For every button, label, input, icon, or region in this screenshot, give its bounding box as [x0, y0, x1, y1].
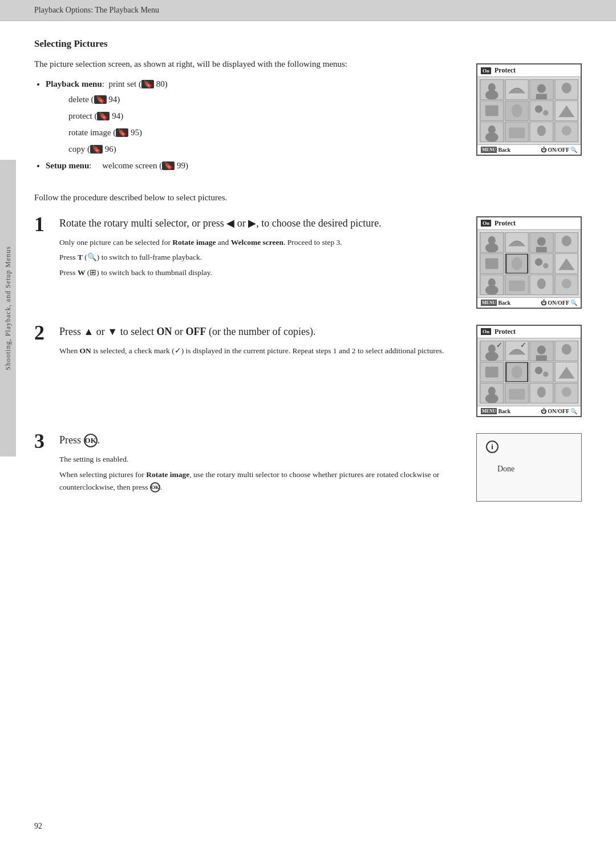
svg-text:✓: ✓ [496, 341, 502, 349]
svg-point-51 [561, 278, 571, 288]
step-3-content: Press OK. The setting is enabled. When s… [59, 433, 476, 496]
onoff-label-top: ON/OFF [548, 147, 569, 153]
sub-item-rotate: rotate image (🔖 95) [68, 125, 459, 140]
thumb-2 [505, 79, 529, 100]
onoff-icon-s1: ⏻ [541, 300, 546, 306]
thumb-1 [480, 79, 504, 100]
screen-title-s1: Protect [495, 219, 516, 228]
onoff-btn-s1: ⏻ ON/OFF 🔍 [541, 300, 577, 306]
main-content: Selecting Pictures The picture selection… [0, 21, 616, 540]
side-tab-text: Shooting, Playback, and Setup Menus [4, 246, 13, 370]
onoff-btn-top: ⏻ ON/OFF 🔍 [541, 147, 577, 153]
onoff-label-s1: ON/OFF [548, 300, 569, 306]
info-done-row: Done [486, 465, 514, 474]
svg-point-62 [561, 344, 571, 354]
s2-thumb-9 [480, 383, 504, 403]
s1-thumb-11 [529, 274, 554, 295]
s2-thumb-4 [554, 341, 579, 361]
screen-title-top: Protect [495, 66, 516, 75]
step-1-body-p3: Press W (⊞) to switch back to thumbnail … [59, 266, 465, 279]
step-1-body-p1: Only one picture can be selected for Rot… [59, 236, 465, 249]
step-3-title: Press OK. [59, 433, 465, 448]
thumb-9 [480, 122, 504, 142]
step-3-container: 3 Press OK. The setting is enabled. When… [34, 433, 582, 502]
step-1-number: 1 [34, 214, 59, 235]
screen-title-s2: Protect [495, 328, 516, 336]
ok-button-sym: OK [84, 434, 98, 447]
thumb-4 [554, 79, 579, 100]
svg-point-40 [535, 258, 542, 265]
info-box: i Done [476, 433, 582, 502]
s2-thumb-11 [529, 383, 554, 403]
svg-point-66 [511, 365, 522, 378]
step-1-body-p2: Press T (🔍) to switch to full-frame play… [59, 251, 465, 264]
w-key: W [78, 268, 86, 277]
step-2-body-p1: When ON is selected, a check mark (✓) is… [59, 345, 465, 357]
sub-items-playback: delete (🔖 94) protect (🔖 94) rotate imag… [68, 92, 459, 157]
svg-point-77 [537, 386, 546, 397]
svg-rect-60 [536, 355, 547, 360]
sub-item-copy: copy (🔖 96) [68, 142, 459, 157]
bullet-list: Playback menu: print set (🔖 80) delete (… [46, 76, 459, 173]
svg-rect-10 [485, 106, 499, 116]
camera-screen-footer-top: MENU Back ⏻ ON/OFF 🔍 [477, 144, 581, 155]
step-2-on: ON [80, 346, 91, 355]
svg-point-69 [543, 371, 548, 377]
svg-point-5 [537, 84, 546, 93]
menu-back-btn-top: MENU Back [481, 147, 510, 153]
step-2-body: When ON is selected, a check mark (✓) is… [59, 345, 465, 357]
icon-book: 🔖 [141, 80, 154, 88]
follow-text: Follow the procedure described below to … [34, 193, 582, 203]
page-wrapper: Playback Options: The Playback Menu Shoo… [0, 0, 616, 848]
top-section: The picture selection screen, as shown a… [34, 58, 582, 181]
s2-thumb-10 [505, 383, 529, 403]
step-3-bold-1: Rotate image [146, 470, 189, 479]
step-1-title: Rotate the rotary multi selector, or pre… [59, 216, 465, 231]
svg-point-49 [537, 278, 546, 289]
section-title: Selecting Pictures [34, 38, 582, 50]
camera-screen-footer-s2: MENU Back ⏻ ON/OFF 🔍 [477, 406, 581, 416]
bullet-playback: Playback menu: print set (🔖 80) delete (… [46, 76, 459, 157]
top-text: The picture selection screen, as shown a… [34, 58, 459, 181]
zoom-icon-top: 🔍 [570, 147, 577, 153]
side-tab: Shooting, Playback, and Setup Menus [0, 160, 16, 457]
on-badge-s2: On [481, 328, 491, 335]
zoom-icon-s2: 🔍 [570, 408, 577, 414]
info-done-text: Done [497, 465, 514, 474]
svg-rect-64 [485, 366, 499, 377]
svg-point-14 [535, 106, 542, 113]
s2-thumb-3 [529, 341, 554, 361]
camera-grid-s2: ✓ ✓ [477, 338, 581, 406]
s2-thumb-5 [480, 362, 504, 382]
thumb-11 [529, 122, 554, 142]
s1-thumb-1 [480, 232, 504, 253]
step-2-number: 2 [34, 322, 59, 343]
menu-back-btn-s2: MENU Back [481, 408, 510, 414]
s1-thumb-12 [554, 274, 579, 295]
s1-thumb-2 [505, 232, 529, 253]
s2-thumb-12 [554, 383, 579, 403]
s1-thumb-7 [529, 253, 554, 274]
svg-point-68 [535, 366, 542, 374]
step-2-content: Press ▲ or ▼ to select ON or OFF (or the… [59, 325, 476, 360]
icon-delete: 🔖 [94, 95, 107, 104]
camera-screen-header-s2: On Protect [477, 326, 581, 338]
thumb-12 [554, 122, 579, 142]
svg-point-59 [537, 345, 546, 354]
sub-item-protect: protect (🔖 94) [68, 108, 459, 124]
step-3-body-p2: When selecting pictures for Rotate image… [59, 469, 465, 493]
thumb-5 [480, 100, 504, 121]
svg-point-34 [561, 235, 571, 246]
svg-rect-75 [509, 389, 525, 399]
step-3-body: The setting is enabled. When selecting p… [59, 453, 465, 493]
camera-screen-header-s1: On Protect [477, 217, 581, 230]
s1-thumb-10 [505, 274, 529, 295]
menu-back-btn-s1: MENU Back [481, 300, 510, 306]
s1-thumb-8 [554, 253, 579, 274]
thumb-8 [554, 100, 579, 121]
svg-point-23 [537, 126, 546, 136]
info-box-header: i [486, 441, 499, 453]
thumb-sym: ⊞ [90, 268, 96, 277]
intro-text: The picture selection screen, as shown a… [34, 58, 354, 71]
icon-copy: 🔖 [90, 145, 103, 154]
